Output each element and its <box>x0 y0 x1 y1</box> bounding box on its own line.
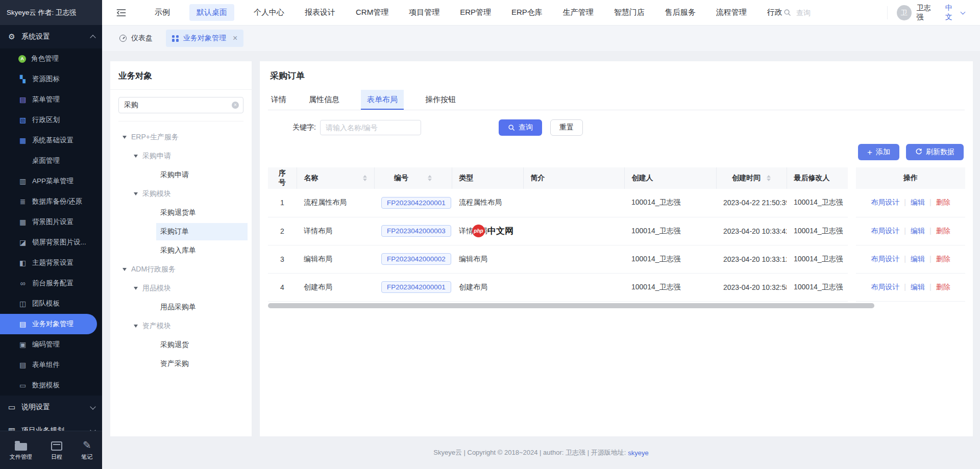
tree-node-asset-purchase[interactable]: 资产采购 <box>114 354 248 373</box>
nav-item-report-design[interactable]: 报表设计 <box>304 4 336 21</box>
clear-icon[interactable]: × <box>232 102 239 109</box>
dock-item-schedule[interactable]: 日程 <box>51 440 62 461</box>
tree-node-asset-module[interactable]: 资产模块 <box>114 316 248 335</box>
business-object-icon: ▤ <box>18 320 27 328</box>
skyeye-link[interactable]: skyeye <box>628 449 648 457</box>
nav-item-erp[interactable]: ERP管理 <box>459 4 492 21</box>
sidebar-item-lockscreen-background[interactable]: ◪ 锁屏背景图片设... <box>0 232 102 253</box>
sidebar-section-description-settings[interactable]: ▭ 说明设置 <box>0 396 102 419</box>
keyword-input[interactable] <box>320 120 421 135</box>
tree-node-purchase-request[interactable]: 采购申请 <box>114 165 248 184</box>
tab-dashboard[interactable]: 仪表盘 <box>113 30 159 47</box>
tree-node-supplies-module[interactable]: 用品模块 <box>114 279 248 298</box>
sidebar-item-form-components[interactable]: ▤ 表单组件 <box>0 355 102 375</box>
tree-node-erp-production[interactable]: ERP+生产服务 <box>114 128 248 146</box>
dock-item-file-management[interactable]: 文件管理 <box>10 440 32 461</box>
tree-node-purchase-return-order[interactable]: 采购退货单 <box>114 203 248 222</box>
php-logo-icon: php <box>472 225 485 237</box>
sort-icon[interactable] <box>767 175 771 181</box>
sidebar-item-team-template[interactable]: ◫ 团队模板 <box>0 293 102 314</box>
nav-item-personal-center[interactable]: 个人中心 <box>253 4 285 21</box>
tree-node-purchase-inbound-order[interactable]: 采购入库单 <box>114 241 248 260</box>
layout-design-link[interactable]: 布局设计 <box>871 255 899 263</box>
image-icon: ▦ <box>18 218 27 226</box>
sidebar: Skyeye云 作者: 卫志强 ⚙ 系统设置 A 角色管理 ▚ 资源图标 ▤ 菜… <box>0 0 102 469</box>
refresh-button[interactable]: 刷新数据 <box>906 144 964 160</box>
scrollbar-thumb[interactable] <box>268 303 874 308</box>
edit-link[interactable]: 编辑 <box>911 255 925 263</box>
sidebar-item-desktop-management[interactable]: 桌面管理 <box>0 151 102 171</box>
tab-details[interactable]: 详情 <box>270 90 287 110</box>
nav-item-workflow[interactable]: 流程管理 <box>715 4 748 21</box>
sidebar-item-resource-icons[interactable]: ▚ 资源图标 <box>0 69 102 89</box>
tree-node-purchase-order[interactable]: 采购订单 <box>114 222 248 241</box>
search-input[interactable] <box>795 8 884 17</box>
chevron-down-icon <box>90 427 95 431</box>
sidebar-section-project-business-planning[interactable]: ▥ 项目业务规划 <box>0 419 102 431</box>
nav-item-default-desktop[interactable]: 默认桌面 <box>189 4 234 21</box>
tab-form-layout[interactable]: 表单布局 <box>361 90 404 110</box>
sidebar-item-administrative-regions[interactable]: ▧ 行政区划 <box>0 110 102 130</box>
sort-icon[interactable] <box>363 175 367 181</box>
sidebar-item-label: 背景图片设置 <box>32 217 74 227</box>
filter-row: 关键字: 查询 重置 <box>268 119 965 136</box>
edit-link[interactable]: 编辑 <box>911 283 925 291</box>
sidebar-item-role-management[interactable]: A 角色管理 <box>0 48 102 69</box>
tree-search-input[interactable] <box>118 97 243 113</box>
nav-item-after-sales[interactable]: 售后服务 <box>664 4 697 21</box>
avatar[interactable]: 卫 <box>897 5 912 20</box>
layout-design-link[interactable]: 布局设计 <box>871 283 899 291</box>
tree-node-purchase-module[interactable]: 采购模块 <box>114 184 248 203</box>
query-button[interactable]: 查询 <box>499 119 542 136</box>
edit-link[interactable]: 编辑 <box>911 227 925 235</box>
col-code[interactable]: 编号 <box>374 167 452 189</box>
sidebar-item-database-backup-restore[interactable]: ≣ 数据库备份/还原 <box>0 191 102 212</box>
sidebar-item-business-object-management[interactable]: ▤ 业务对象管理 <box>0 314 97 334</box>
tab-business-object-management[interactable]: 业务对象管理 × <box>166 30 243 47</box>
delete-link[interactable]: 删除 <box>936 198 950 206</box>
sidebar-item-code-management[interactable]: ▣ 编码管理 <box>0 334 102 355</box>
sidebar-item-data-template[interactable]: ▭ 数据模板 <box>0 375 102 396</box>
cell-actions: 布局设计|编辑|删除 <box>852 273 965 301</box>
col-created-time[interactable]: 创建时间 <box>716 167 787 189</box>
edit-link[interactable]: 编辑 <box>911 198 925 206</box>
tree-node-adm-service[interactable]: ADM行政服务 <box>114 260 248 279</box>
sidebar-item-theme-background-settings[interactable]: ◧ 主题背景设置 <box>0 253 102 273</box>
layout-design-link[interactable]: 布局设计 <box>871 198 899 206</box>
reset-button[interactable]: 重置 <box>550 119 583 136</box>
close-icon[interactable]: × <box>233 34 237 42</box>
sidebar-section-system-settings[interactable]: ⚙ 系统设置 <box>0 25 102 48</box>
col-name[interactable]: 名称 <box>297 167 374 189</box>
sort-icon[interactable] <box>428 175 432 181</box>
tree-node-supplies-purchase-order[interactable]: 用品采购单 <box>114 298 248 316</box>
sidebar-item-frontend-service-config[interactable]: ∞ 前台服务配置 <box>0 273 102 293</box>
sidebar-item-menu-management[interactable]: ▤ 菜单管理 <box>0 89 102 110</box>
delete-link[interactable]: 删除 <box>936 227 950 235</box>
tree-node-purchase-request-group[interactable]: 采购申请 <box>114 146 248 165</box>
nav-item-examples[interactable]: 示例 <box>154 4 171 21</box>
monitor-icon: ▭ <box>7 403 16 412</box>
delete-link[interactable]: 删除 <box>936 283 950 291</box>
dock-item-notes[interactable]: ✎ 笔记 <box>81 440 92 461</box>
nav-item-smart-store[interactable]: 智慧门店 <box>613 4 646 21</box>
language-selector[interactable]: 中文 <box>945 4 965 22</box>
sidebar-item-background-image-settings[interactable]: ▦ 背景图片设置 <box>0 212 102 232</box>
add-button[interactable]: + 添加 <box>858 144 899 160</box>
menu-fold-icon[interactable] <box>116 9 126 17</box>
tab-action-buttons[interactable]: 操作按钮 <box>424 90 457 110</box>
layout-design-link[interactable]: 布局设计 <box>871 227 899 235</box>
user-name[interactable]: 卫志强 <box>917 4 937 22</box>
sidebar-item-label: 业务对象管理 <box>32 319 74 329</box>
sidebar-item-app-menu-management[interactable]: ▥ APP菜单管理 <box>0 171 102 191</box>
tree-node-purchase-return[interactable]: 采购退货 <box>114 335 248 354</box>
cell-last-modifier: 100014_卫志强 <box>787 189 852 217</box>
nav-item-production[interactable]: 生产管理 <box>562 4 595 21</box>
nav-item-crm[interactable]: CRM管理 <box>355 4 389 21</box>
tab-attribute-info[interactable]: 属性信息 <box>308 90 340 110</box>
caret-down-icon <box>134 287 138 290</box>
nav-item-administration[interactable]: 行政 <box>766 4 783 21</box>
delete-link[interactable]: 删除 <box>936 255 950 263</box>
sidebar-item-system-base-settings[interactable]: ▦ 系统基础设置 <box>0 130 102 151</box>
nav-item-erp-warehouse[interactable]: ERP仓库 <box>510 4 544 21</box>
nav-item-project-management[interactable]: 项目管理 <box>408 4 440 21</box>
